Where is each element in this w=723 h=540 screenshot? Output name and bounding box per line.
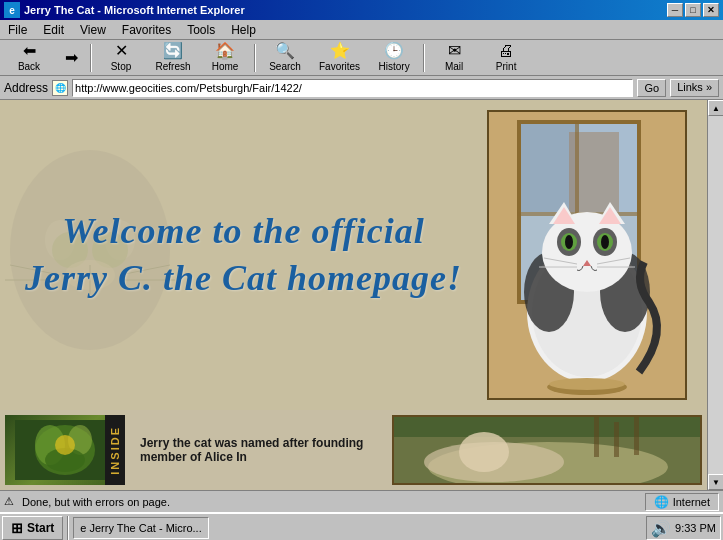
stop-label: Stop: [111, 61, 132, 72]
taskbar-ie-icon: e: [80, 522, 86, 534]
mail-label: Mail: [445, 61, 463, 72]
speaker-icon: 🔊: [651, 519, 671, 538]
status-text: Done, but with errors on page.: [22, 496, 645, 508]
address-bar: Address 🌐 Go Links »: [0, 76, 723, 100]
info-text-area: Jerry the cat was named after founding m…: [130, 410, 387, 490]
svg-point-68: [459, 432, 509, 472]
svg-rect-69: [594, 417, 599, 457]
menu-bar: File Edit View Favorites Tools Help: [0, 20, 723, 40]
scrollbar: ▲ ▼: [707, 100, 723, 490]
toolbar: ⬅ Back ➡ ✕ Stop 🔄 Refresh 🏠 Home 🔍 Searc…: [0, 40, 723, 76]
zone-icon: 🌐: [654, 495, 669, 509]
title-bar: e Jerry The Cat - Microsoft Internet Exp…: [0, 0, 723, 20]
toolbar-sep-2: [254, 44, 256, 72]
start-label: Start: [27, 521, 54, 535]
ie-icon: e: [4, 2, 20, 18]
inside-image: [15, 420, 115, 480]
refresh-label: Refresh: [155, 61, 190, 72]
right-photo-bottom: [392, 415, 702, 485]
svg-point-50: [601, 235, 609, 249]
title-bar-buttons: ─ □ ✕: [667, 3, 719, 17]
info-text: Jerry the cat was named after founding m…: [140, 436, 377, 464]
mail-icon: ✉: [448, 43, 461, 59]
svg-point-63: [55, 435, 75, 455]
status-zone: 🌐 Internet: [645, 493, 719, 511]
address-page-icon: 🌐: [52, 80, 68, 96]
webpage: Welcome to the official Jerry C. the Cat…: [0, 100, 707, 490]
favorites-label: Favorites: [319, 61, 360, 72]
welcome-heading: Welcome to the official Jerry C. the Cat…: [20, 208, 467, 302]
favorites-button[interactable]: ⭐ Favorites: [312, 42, 367, 74]
clock: 9:33 PM: [675, 522, 716, 534]
back-icon: ⬅: [23, 43, 36, 59]
favorites-icon: ⭐: [330, 43, 350, 59]
home-label: Home: [212, 61, 239, 72]
svg-rect-70: [614, 422, 619, 457]
print-icon: 🖨: [498, 43, 514, 59]
bottom-section: INSIDE Jerry the cat was named after fou…: [0, 410, 707, 490]
toolbar-sep-3: [423, 44, 425, 72]
toolbar-sep-1: [90, 44, 92, 72]
browser-content: Welcome to the official Jerry C. the Cat…: [0, 100, 723, 490]
menu-help[interactable]: Help: [223, 21, 264, 39]
cat-photo-svg: [489, 112, 685, 398]
forward-button[interactable]: ➡: [56, 42, 86, 74]
taskbar-ie-label: Jerry The Cat - Micro...: [89, 522, 201, 534]
scroll-track[interactable]: [708, 116, 723, 474]
stop-button[interactable]: ✕ Stop: [96, 42, 146, 74]
cat-photo-inner: [487, 110, 687, 400]
history-label: History: [379, 61, 410, 72]
start-icon: ⊞: [11, 520, 23, 536]
zone-text: Internet: [673, 496, 710, 508]
inside-label: INSIDE: [105, 415, 125, 485]
inside-text: INSIDE: [109, 426, 121, 475]
home-button[interactable]: 🏠 Home: [200, 42, 250, 74]
title-bar-left: e Jerry The Cat - Microsoft Internet Exp…: [4, 2, 245, 18]
search-button[interactable]: 🔍 Search: [260, 42, 310, 74]
home-icon: 🏠: [215, 43, 235, 59]
scroll-down-button[interactable]: ▼: [708, 474, 723, 490]
taskbar-ie-button[interactable]: e Jerry The Cat - Micro...: [73, 517, 208, 539]
maximize-button[interactable]: □: [685, 3, 701, 17]
window-title: Jerry The Cat - Microsoft Internet Explo…: [24, 4, 245, 16]
start-button[interactable]: ⊞ Start: [2, 516, 63, 540]
history-icon: 🕒: [384, 43, 404, 59]
svg-point-57: [549, 378, 625, 390]
menu-view[interactable]: View: [72, 21, 114, 39]
menu-file[interactable]: File: [0, 21, 35, 39]
back-label: Back: [18, 61, 40, 72]
search-icon: 🔍: [275, 43, 295, 59]
history-button[interactable]: 🕒 History: [369, 42, 419, 74]
links-button[interactable]: Links »: [670, 79, 719, 97]
bottom-cat-photo: [394, 417, 702, 483]
close-button[interactable]: ✕: [703, 3, 719, 17]
taskbar-sep: [67, 516, 69, 540]
welcome-text-area: Welcome to the official Jerry C. the Cat…: [0, 100, 487, 410]
inside-box: INSIDE: [5, 415, 125, 485]
back-button[interactable]: ⬅ Back: [4, 42, 54, 74]
systray: 🔊 9:33 PM: [646, 516, 721, 540]
svg-point-49: [565, 235, 573, 249]
menu-edit[interactable]: Edit: [35, 21, 72, 39]
refresh-icon: 🔄: [163, 43, 183, 59]
status-warning-icon: ⚠: [4, 495, 18, 509]
main-section: Welcome to the official Jerry C. the Cat…: [0, 100, 707, 410]
print-button[interactable]: 🖨 Print: [481, 42, 531, 74]
menu-tools[interactable]: Tools: [179, 21, 223, 39]
svg-rect-71: [634, 417, 639, 455]
minimize-button[interactable]: ─: [667, 3, 683, 17]
address-input[interactable]: [72, 79, 633, 97]
cat-photo: [487, 110, 687, 400]
go-button[interactable]: Go: [637, 79, 666, 97]
search-label: Search: [269, 61, 301, 72]
refresh-button[interactable]: 🔄 Refresh: [148, 42, 198, 74]
status-bar: ⚠ Done, but with errors on page. 🌐 Inter…: [0, 490, 723, 512]
address-label: Address: [4, 81, 48, 95]
mail-button[interactable]: ✉ Mail: [429, 42, 479, 74]
forward-icon: ➡: [65, 50, 78, 66]
scroll-up-button[interactable]: ▲: [708, 100, 723, 116]
menu-favorites[interactable]: Favorites: [114, 21, 179, 39]
stop-icon: ✕: [115, 43, 128, 59]
taskbar: ⊞ Start e Jerry The Cat - Micro... 🔊 9:3…: [0, 512, 723, 540]
print-label: Print: [496, 61, 517, 72]
